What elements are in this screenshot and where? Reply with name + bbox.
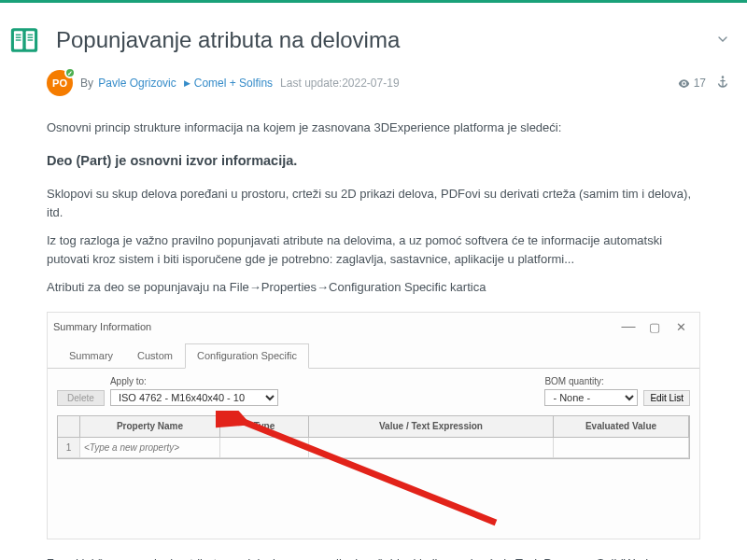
by-label: By: [80, 77, 93, 90]
maximize-icon[interactable]: ▢: [641, 318, 668, 337]
col-value: Value / Text Expression: [309, 416, 554, 438]
views-count: 17: [677, 77, 706, 91]
dialog-titlebar: Summary Information — ▢ ✕: [48, 313, 699, 342]
emphasis-line: Deo (Part) je osnovni izvor informacija.: [47, 150, 700, 171]
col-index: [58, 416, 80, 438]
page: Popunjavanje atributa na delovima PO By …: [0, 0, 747, 560]
col-type: Type: [220, 416, 309, 438]
page-title: Popunjavanje atributa na delovima: [56, 27, 715, 53]
triangle-icon: ▶: [184, 78, 190, 88]
edit-list-button[interactable]: Edit List: [643, 390, 690, 406]
col-evaluated: Evaluated Value: [554, 416, 689, 438]
tab-summary[interactable]: Summary: [57, 343, 125, 369]
grid-header-row: Property Name Type Value / Text Expressi…: [58, 416, 689, 438]
paragraph: Sklopovi su skup delova poređani u prost…: [47, 185, 700, 222]
dialog-tabs: Summary Custom Configuration Specific: [48, 343, 699, 369]
anchor-icon[interactable]: [715, 75, 730, 92]
tab-body: Delete Apply to: ISO 4762 - M16x40x40 - …: [48, 369, 699, 460]
article-body: Osnovni princip strukture informacija na…: [0, 102, 747, 539]
tab-configuration-specific[interactable]: Configuration Specific: [185, 343, 309, 369]
cell-evaluated: [554, 438, 689, 459]
grid-data-row[interactable]: 1 <Type a new property> ▾: [58, 438, 689, 459]
cell-value[interactable]: [309, 438, 554, 459]
last-update: Last update:2022-07-19: [280, 77, 399, 90]
avatar-initials: PO: [52, 77, 67, 89]
bom-quantity-label: BOM quantity:: [544, 374, 638, 389]
header: Popunjavanje atributa na delovima: [0, 3, 747, 64]
col-property-name: Property Name: [80, 416, 220, 438]
cell-type[interactable]: ▾: [220, 438, 309, 459]
apply-to-label: Apply to:: [110, 374, 278, 389]
dialog-title: Summary Information: [53, 319, 151, 335]
paragraph: Atributi za deo se popunjavaju na File→P…: [47, 278, 700, 297]
delete-button[interactable]: Delete: [57, 390, 105, 406]
org-link[interactable]: Comel + Solfins: [194, 77, 273, 90]
tab-custom[interactable]: Custom: [125, 343, 185, 369]
book-icon: [4, 20, 45, 61]
cell-property-name[interactable]: <Type a new property>: [80, 438, 220, 459]
minimize-icon[interactable]: —: [615, 315, 641, 336]
cell-index: 1: [58, 438, 80, 459]
author-link[interactable]: Pavle Ogrizovic: [98, 77, 176, 90]
verified-badge-icon: [64, 67, 76, 78]
eye-icon: [677, 77, 691, 91]
paragraph: Iz tog razloga je važno pravilno popunja…: [47, 231, 700, 269]
properties-dialog: Summary Information — ▢ ✕ Summary Custom…: [47, 312, 700, 539]
bom-quantity-select[interactable]: - None -: [544, 389, 638, 406]
apply-to-select[interactable]: ISO 4762 - M16x40x40 - 10: [110, 389, 278, 406]
paragraph: Zarad lakšeg popunjanja atributa na delo…: [0, 551, 747, 560]
dropdown-icon[interactable]: ▾: [302, 440, 306, 453]
avatar[interactable]: PO: [47, 70, 73, 96]
svg-point-9: [683, 82, 685, 85]
chevron-down-icon[interactable]: [715, 32, 730, 49]
properties-grid: Property Name Type Value / Text Expressi…: [57, 415, 690, 459]
meta-row: PO By Pavle Ogrizovic ▶ Comel + Solfins …: [0, 64, 747, 102]
close-icon[interactable]: ✕: [668, 318, 694, 337]
paragraph: Osnovni princip strukture informacija na…: [47, 119, 700, 137]
